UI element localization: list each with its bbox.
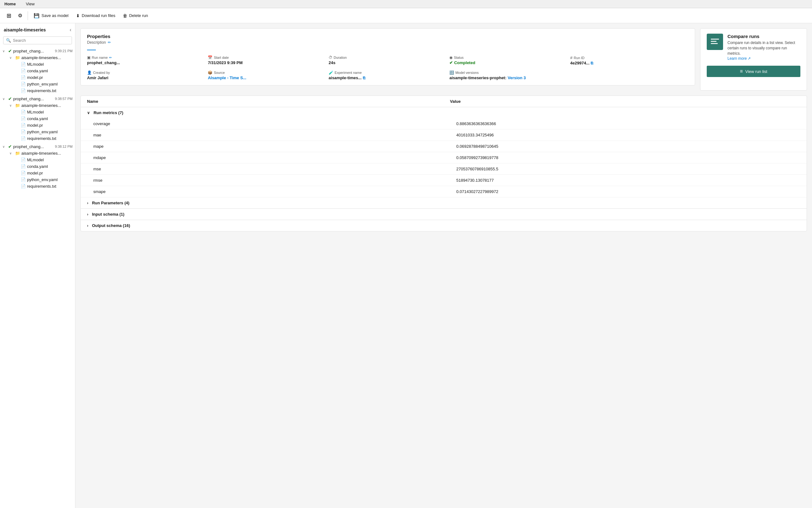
copy-experiment-icon[interactable]: ⎘ bbox=[363, 76, 365, 80]
prop-start-date: 📅 Start date 7/31/2023 9:39 PM bbox=[208, 55, 326, 66]
svg-rect-1 bbox=[711, 41, 717, 42]
delete-icon: 🗑 bbox=[123, 13, 127, 18]
toolbar: ⊞ ⚙ 💾 Save as model ⬇ Download run files… bbox=[0, 8, 812, 23]
description-row: Description ✏ bbox=[87, 40, 688, 45]
source-value[interactable]: AIsample - Time S... bbox=[208, 76, 326, 80]
file-icon: 📄 bbox=[21, 136, 26, 141]
chevron-down-icon: ∨ bbox=[9, 56, 14, 59]
file-icon: 📄 bbox=[21, 88, 26, 93]
metric-row: mape0.06928788498710645 bbox=[81, 141, 807, 152]
file-model-2[interactable]: 📄model.pr bbox=[18, 122, 75, 129]
run-1-label: prophet_chang... bbox=[13, 49, 54, 53]
file-icon: 📄 bbox=[21, 184, 26, 188]
save-as-model-button[interactable]: 💾 Save as model bbox=[31, 11, 72, 20]
metric-row: mdape0.05870992739819778 bbox=[81, 152, 807, 164]
run-metrics-label: Run metrics (7) bbox=[94, 110, 124, 115]
section-label: Input schema (1) bbox=[92, 212, 125, 217]
section-label: Output schema (16) bbox=[92, 223, 130, 228]
menu-bar: Home View bbox=[0, 0, 812, 8]
file-requirements-1[interactable]: 📄requirements.txt bbox=[18, 87, 75, 94]
model-version-link[interactable]: Version 3 bbox=[508, 76, 526, 80]
metric-name: mape bbox=[81, 141, 444, 152]
download-run-files-button[interactable]: ⬇ Download run files bbox=[73, 12, 119, 20]
run-3-label: prophet_chang... bbox=[13, 144, 54, 149]
home-icon-button[interactable]: ⊞ bbox=[4, 11, 14, 21]
file-icon: 📄 bbox=[21, 69, 26, 73]
chevron-down-icon: ∨ bbox=[9, 104, 14, 107]
metric-value: 0.07143027227989972 bbox=[444, 186, 807, 198]
experiment-value: aisample-times... ⎘ bbox=[329, 76, 447, 80]
file-model-3[interactable]: 📄model.pr bbox=[18, 170, 75, 176]
external-link-icon: ↗ bbox=[748, 56, 751, 61]
run-name-value: prophet_chang... bbox=[87, 60, 205, 65]
search-input[interactable] bbox=[13, 38, 69, 43]
svg-rect-0 bbox=[711, 39, 719, 40]
pencil-run-name-icon[interactable]: ✏ bbox=[109, 56, 112, 60]
menu-view[interactable]: View bbox=[24, 1, 37, 7]
folder-2-label: aisample-timeseries... bbox=[21, 103, 73, 108]
settings-icon-button[interactable]: ⚙ bbox=[15, 11, 25, 21]
properties-grid: ▣ Run name ✏ prophet_chang... 📅 Start da… bbox=[87, 55, 688, 80]
sidebar-item-folder-2[interactable]: ∨ 📁 aisample-timeseries... bbox=[7, 102, 75, 109]
tree-run-2: ∨ ✔ prophet_chang... 9:38:57 PM ∨ 📁 aisa… bbox=[0, 95, 75, 142]
run-metrics-section[interactable]: ∨ Run metrics (7) bbox=[81, 107, 807, 119]
sidebar-item-run-3[interactable]: ∨ ✔ prophet_chang... 9:38:12 PM bbox=[0, 143, 75, 150]
file-python-env-1[interactable]: 📄python_env.yaml bbox=[18, 81, 75, 87]
start-date-value: 7/31/2023 9:39 PM bbox=[208, 60, 326, 65]
start-date-label: Start date bbox=[214, 56, 229, 59]
collapsed-section-row[interactable]: › Input schema (1) bbox=[81, 209, 807, 220]
file-python-env-2[interactable]: 📄python_env.yaml bbox=[18, 129, 75, 135]
learn-more-link[interactable]: Learn more ↗ bbox=[727, 56, 751, 61]
file-requirements-3[interactable]: 📄requirements.txt bbox=[18, 183, 75, 189]
metric-value: 40161033.34725496 bbox=[444, 129, 807, 141]
experiment-icon: 🧪 bbox=[329, 71, 333, 75]
sidebar-item-run-1[interactable]: ∨ ✔ prophet_chang... 9:39:21 PM bbox=[0, 47, 75, 54]
run-2-time: 9:38:57 PM bbox=[55, 97, 73, 100]
view-run-list-button[interactable]: ≡ View run list bbox=[707, 66, 800, 77]
delete-run-button[interactable]: 🗑 Delete run bbox=[120, 12, 151, 20]
metric-value: 27053760786910855.5 bbox=[444, 164, 807, 175]
sidebar-item-run-2[interactable]: ∨ ✔ prophet_chang... 9:38:57 PM bbox=[0, 95, 75, 102]
menu-home[interactable]: Home bbox=[2, 1, 17, 7]
file-python-env-3[interactable]: 📄python_env.yaml bbox=[18, 176, 75, 183]
collapsed-section-row[interactable]: › Output schema (16) bbox=[81, 220, 807, 231]
metric-name: mdape bbox=[81, 152, 444, 164]
search-icon: 🔍 bbox=[6, 38, 11, 43]
file-mlmodel-2[interactable]: 📄MLmodel bbox=[18, 109, 75, 115]
compare-runs-title: Compare runs bbox=[727, 34, 800, 39]
file-requirements-2[interactable]: 📄requirements.txt bbox=[18, 135, 75, 142]
file-icon: 📄 bbox=[21, 110, 26, 115]
top-content-row: Properties Description ✏ ▣ Run name ✏ bbox=[81, 28, 807, 90]
status-check-icon-2: ✔ bbox=[8, 96, 12, 101]
folder-3-files: 📄MLmodel 📄conda.yaml 📄model.pr 📄python_e… bbox=[7, 157, 75, 189]
file-conda-2[interactable]: 📄conda.yaml bbox=[18, 115, 75, 122]
file-mlmodel-3[interactable]: 📄MLmodel bbox=[18, 157, 75, 163]
sidebar: aisample-timeseries ‹ 🔍 ∨ ✔ prophet_chan… bbox=[0, 23, 76, 508]
file-model-1[interactable]: 📄model.pr bbox=[18, 74, 75, 81]
collapsed-section-row[interactable]: › Run Parameters (4) bbox=[81, 198, 807, 209]
run-list-icon: ≡ bbox=[740, 69, 742, 74]
sidebar-title: aisample-timeseries bbox=[4, 27, 46, 32]
sidebar-item-folder-1[interactable]: ∨ 📁 aisample-timeseries... bbox=[7, 54, 75, 61]
metric-value: 0.8863636363636366 bbox=[444, 118, 807, 129]
calendar-icon: 📅 bbox=[208, 55, 213, 60]
sidebar-collapse-button[interactable]: ‹ bbox=[70, 27, 71, 33]
metric-row: rmse51894730.13078177 bbox=[81, 175, 807, 186]
copy-run-id-icon[interactable]: ⎘ bbox=[591, 61, 593, 66]
metric-value: 0.06928788498710645 bbox=[444, 141, 807, 152]
created-by-value: Amir Jafari bbox=[87, 76, 205, 80]
folder-icon: 📁 bbox=[15, 55, 20, 60]
divider bbox=[87, 50, 96, 50]
model-icon: 🔢 bbox=[449, 71, 454, 75]
prop-experiment: 🧪 Experiment name aisample-times... ⎘ bbox=[329, 71, 447, 80]
status-value: ✔ Completed bbox=[449, 60, 568, 65]
pencil-icon[interactable]: ✏ bbox=[108, 40, 111, 45]
file-conda-3[interactable]: 📄conda.yaml bbox=[18, 163, 75, 170]
file-conda-1[interactable]: 📄conda.yaml bbox=[18, 68, 75, 74]
prop-run-id: # Run ID 4e29974... ⎘ bbox=[570, 55, 688, 66]
created-by-label: Created by bbox=[93, 71, 110, 75]
delete-run-label: Delete run bbox=[129, 13, 148, 18]
sidebar-item-folder-3[interactable]: ∨ 📁 aisample-timeseries... bbox=[7, 150, 75, 157]
file-mlmodel-1[interactable]: 📄MLmodel bbox=[18, 61, 75, 68]
prop-created-by: 👤 Created by Amir Jafari bbox=[87, 71, 205, 80]
